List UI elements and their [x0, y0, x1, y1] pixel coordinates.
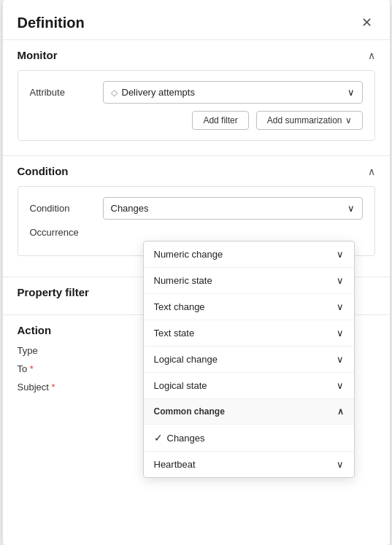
to-required-star: * [30, 363, 34, 374]
dropdown-item-logical-change-chevron: ∨ [337, 354, 344, 365]
occurrence-row: Occurrence [30, 227, 363, 238]
monitor-chevron-icon[interactable]: ∧ [368, 50, 375, 61]
add-summarization-label: Add summarization [267, 115, 342, 125]
add-summarization-button[interactable]: Add summarization ∨ [256, 111, 363, 130]
dropdown-item-numeric-state[interactable]: Numeric state ∨ [144, 268, 354, 294]
dropdown-item-heartbeat[interactable]: Heartbeat ∨ [144, 452, 354, 477]
close-button[interactable]: ✕ [358, 13, 375, 32]
condition-row: Condition Changes ∨ [30, 197, 363, 220]
property-filter-title: Property filter [18, 286, 89, 298]
condition-section-title: Condition [18, 165, 69, 177]
condition-section-header: Condition ∧ [18, 165, 375, 177]
filter-row: Add filter Add summarization ∨ [30, 111, 363, 130]
dropdown-item-numeric-state-label: Numeric state [154, 275, 212, 286]
condition-dropdown-menu: Numeric change ∨ Numeric state ∨ Text ch… [143, 241, 355, 478]
dropdown-item-changes-label: Changes [167, 433, 205, 444]
attribute-dropdown-value: Delivery attempts [122, 87, 195, 98]
subject-label: Subject * [18, 382, 91, 393]
condition-dropdown-chevron: ∨ [347, 203, 355, 214]
dropdown-item-logical-change[interactable]: Logical change ∨ [144, 347, 354, 373]
add-filter-button[interactable]: Add filter [192, 111, 248, 130]
occurrence-label: Occurrence [30, 227, 103, 238]
dropdown-item-numeric-change-chevron: ∨ [337, 249, 344, 260]
changes-checkmark-icon: ✓ [154, 432, 163, 444]
type-label: Type [18, 345, 91, 356]
dropdown-item-logical-state-chevron: ∨ [337, 380, 344, 391]
dropdown-group-common-change-label: Common change [154, 406, 225, 417]
definition-panel: Definition ✕ Monitor ∧ Attribute ◇ Deliv… [3, 0, 390, 545]
dropdown-item-text-change-chevron: ∨ [337, 301, 344, 312]
condition-label: Condition [30, 203, 103, 214]
dropdown-item-logical-state[interactable]: Logical state ∨ [144, 373, 354, 399]
dropdown-item-numeric-change[interactable]: Numeric change ∨ [144, 241, 354, 268]
add-summarization-chevron: ∨ [345, 115, 352, 125]
attribute-row: Attribute ◇ Delivery attempts ∨ [30, 81, 363, 104]
to-label: To * [18, 363, 91, 374]
subject-required-star: * [52, 382, 55, 393]
dropdown-item-text-change[interactable]: Text change ∨ [144, 294, 354, 320]
condition-chevron-icon[interactable]: ∧ [368, 166, 375, 177]
attribute-dropdown-icon: ◇ [111, 88, 118, 98]
dropdown-item-numeric-change-label: Numeric change [154, 249, 223, 260]
dropdown-item-changes-row: ✓ Changes [154, 432, 205, 444]
attribute-dropdown[interactable]: ◇ Delivery attempts ∨ [103, 81, 363, 104]
condition-dropdown[interactable]: Changes ∨ [103, 197, 363, 220]
condition-dropdown-value: Changes [111, 203, 149, 214]
dropdown-item-text-state-chevron: ∨ [337, 328, 344, 339]
dropdown-item-changes[interactable]: ✓ Changes [144, 425, 354, 452]
dropdown-item-heartbeat-label: Heartbeat [154, 459, 196, 470]
monitor-section: Monitor ∧ Attribute ◇ Delivery attempts … [3, 40, 390, 155]
monitor-section-header: Monitor ∧ [18, 49, 375, 61]
monitor-box: Attribute ◇ Delivery attempts ∨ Add filt… [18, 70, 375, 141]
dropdown-item-logical-change-label: Logical change [154, 354, 218, 365]
attribute-label: Attribute [30, 87, 103, 98]
monitor-section-title: Monitor [18, 49, 58, 61]
panel-header: Definition ✕ [3, 0, 390, 39]
dropdown-group-common-change[interactable]: Common change ∧ [144, 399, 354, 425]
dropdown-item-logical-state-label: Logical state [154, 380, 207, 391]
attribute-dropdown-chevron: ∨ [347, 87, 355, 98]
action-section-title: Action [18, 324, 52, 336]
dropdown-item-text-state-label: Text state [154, 328, 195, 339]
dropdown-item-numeric-state-chevron: ∨ [337, 275, 344, 286]
dropdown-item-text-state[interactable]: Text state ∨ [144, 320, 354, 347]
dropdown-item-text-change-label: Text change [154, 301, 205, 312]
panel-title: Definition [18, 15, 85, 31]
dropdown-group-common-change-chevron: ∧ [337, 406, 344, 417]
dropdown-item-heartbeat-chevron: ∨ [337, 459, 344, 470]
